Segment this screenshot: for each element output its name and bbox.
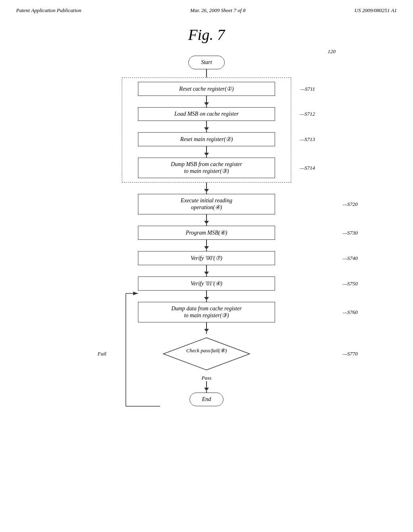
step-s760-id: —S760 — [342, 309, 358, 316]
ref-120: 120 — [328, 48, 336, 55]
svg-marker-0 — [163, 338, 250, 370]
step-s740: Verify '00'(⑦) —S740 — [86, 251, 327, 265]
arrow-4 — [204, 153, 209, 156]
step-s740-box: Verify '00'(⑦) — [138, 251, 275, 265]
flowchart: Start 120 Reset cache register(①) —S711 … — [86, 56, 327, 406]
step-s714-label: Dump MSB from cache registerto main regi… — [171, 161, 242, 174]
step-s711-label: Reset cache register(①) — [179, 86, 234, 92]
step-s770-row: Fail Check pass/fail(⑧) —S770 — [86, 334, 327, 374]
step-s712: Load MSB on cache register —S712 — [128, 107, 285, 121]
step-s712-label: Load MSB on cache register — [174, 111, 239, 117]
start-label: Start — [188, 56, 224, 69]
step-s711-box: Reset cache register(①) — [138, 82, 275, 96]
header-right: US 2009/080251 A1 — [355, 7, 397, 14]
arrow-11 — [204, 388, 209, 391]
step-s740-id: —S740 — [342, 255, 358, 262]
step-s760: Dump data from cache registerto main reg… — [86, 302, 327, 322]
step-s740-label: Verify '00'(⑦) — [191, 255, 222, 261]
svg-text:Check pass/fail(⑧): Check pass/fail(⑧) — [186, 347, 227, 353]
connector-7 — [206, 240, 207, 246]
step-s713-box: Reset main register(②) — [138, 132, 275, 146]
connector-8 — [206, 265, 207, 272]
step-s750-box: Verify '01'(④) — [138, 276, 275, 291]
step-s750: Verify '01'(④) —S750 — [86, 276, 327, 291]
connector-5 — [206, 183, 207, 189]
step-s711-id: —S711 — [300, 86, 315, 92]
step-s750-id: —S750 — [342, 281, 358, 287]
connector-9 — [206, 291, 207, 297]
arrow-5 — [204, 189, 209, 192]
fail-label: Fail — [98, 351, 106, 357]
arrow-7 — [204, 246, 209, 249]
step-s713-label: Reset main register(②) — [180, 136, 233, 142]
step-s760-label: Dump data from cache registerto main reg… — [171, 305, 242, 318]
connector-3 — [206, 121, 207, 127]
end-node: End — [86, 393, 327, 406]
step-s720: Execute initial readingoperation(④) —S72… — [86, 194, 327, 214]
connector-1 — [206, 69, 207, 77]
step-s711: Reset cache register(①) —S711 — [128, 82, 285, 96]
arrow-9 — [204, 297, 209, 300]
step-s720-box: Execute initial readingoperation(④) — [138, 194, 275, 214]
step-s713-id: —S713 — [300, 136, 315, 143]
step-s730-box: Program MSB(⑥) — [138, 226, 275, 240]
step-s712-id: —S712 — [300, 111, 315, 117]
step-s714-id: —S714 — [300, 165, 315, 171]
step-s730-label: Program MSB(⑥) — [186, 230, 227, 236]
connector-2 — [206, 96, 207, 102]
arrow-8 — [204, 272, 209, 275]
step-s713: Reset main register(②) —S713 — [128, 132, 285, 146]
step-s770-id: —S770 — [342, 351, 358, 357]
arrow-10 — [204, 329, 209, 332]
step-s720-id: —S720 — [342, 201, 358, 208]
connector-4 — [206, 146, 207, 153]
arrow-3 — [204, 127, 209, 131]
start-node: Start 120 — [86, 56, 327, 69]
header-center: Mar. 26, 2009 Sheet 7 of 8 — [190, 7, 246, 14]
step-s730: Program MSB(⑥) —S730 — [86, 226, 327, 240]
arrow-6 — [204, 221, 209, 224]
step-s714: Dump MSB from cache registerto main regi… — [128, 158, 285, 178]
pass-label: Pass — [86, 375, 327, 381]
step-s750-label: Verify '01'(④) — [191, 281, 222, 287]
dashed-group: Reset cache register(①) —S711 Load MSB o… — [122, 77, 291, 183]
arrow-2 — [204, 102, 209, 106]
diamond-s770: Check pass/fail(⑧) — [160, 336, 253, 372]
step-s730-id: —S730 — [342, 230, 358, 236]
connector-10 — [206, 322, 207, 329]
end-label: End — [190, 393, 224, 406]
connector-11 — [206, 381, 207, 388]
step-s712-box: Load MSB on cache register — [138, 107, 275, 121]
step-s714-box: Dump MSB from cache registerto main regi… — [138, 158, 275, 178]
step-s720-label: Execute initial readingoperation(④) — [181, 197, 232, 210]
step-s760-box: Dump data from cache registerto main reg… — [138, 302, 275, 322]
patent-header: Patent Application Publication Mar. 26, … — [0, 0, 413, 18]
header-left: Patent Application Publication — [16, 7, 81, 14]
figure-title: Fig. 7 — [0, 26, 413, 44]
connector-6 — [206, 214, 207, 221]
